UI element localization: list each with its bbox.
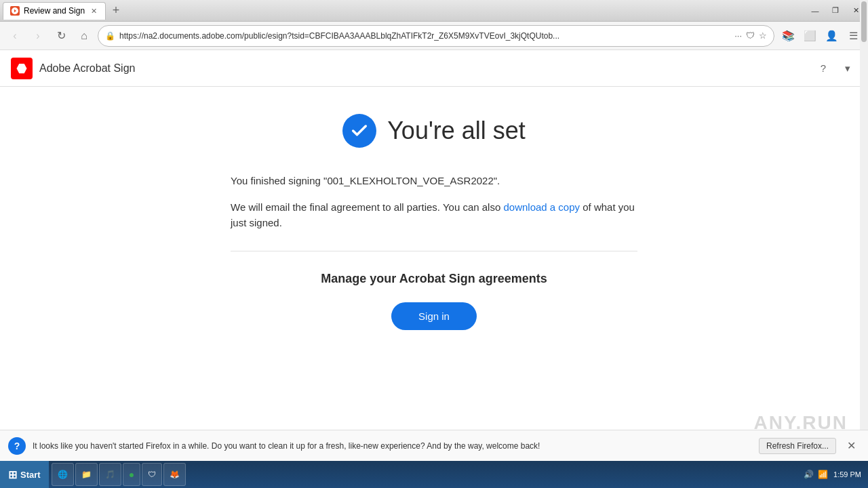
tab-favicon: [10, 6, 20, 16]
help-dropdown-icon[interactable]: ▾: [838, 59, 857, 78]
adobe-sign-header: Adobe Acrobat Sign ? ▾: [0, 50, 868, 87]
address-bar-icons: ··· 🛡 ☆: [734, 30, 767, 41]
content-body: You finished signing "001_KLEXHOLTON_VOE…: [231, 175, 637, 330]
browser-window: Review and Sign ✕ + — ❐ ✕ ‹ › ↻ ⌂ 🔒 http…: [0, 0, 868, 461]
adobe-app-title: Adobe Acrobat Sign: [39, 62, 135, 75]
title-bar: Review and Sign ✕ + — ❐ ✕: [0, 0, 868, 22]
email-text-start: We will email the final agreement to all…: [231, 201, 503, 213]
email-message: We will email the final agreement to all…: [231, 200, 637, 230]
toolbar-right: 📚 ⬜ 👤 ☰: [778, 26, 863, 45]
refresh-button[interactable]: ↻: [52, 26, 71, 45]
tab-view-icon[interactable]: ⬜: [800, 26, 819, 45]
start-button[interactable]: ⊞ Start: [0, 461, 49, 488]
sign-in-button[interactable]: Sign in: [391, 302, 477, 330]
manage-title: Manage your Acrobat Sign agreements: [231, 272, 637, 286]
tab-title: Review and Sign: [24, 6, 85, 16]
home-button[interactable]: ⌂: [75, 26, 94, 45]
bookmarks-icon[interactable]: 📚: [778, 26, 797, 45]
taskbar-right: 🔊 📶 1:59 PM: [797, 470, 868, 479]
taskbar-item-chrome[interactable]: ●: [123, 463, 140, 486]
taskbar-items: 🌐 📁 🎵 ● 🛡 🦊: [49, 461, 797, 488]
chrome-icon: ●: [129, 469, 134, 480]
user-account-icon[interactable]: 👤: [822, 26, 841, 45]
main-content: You're all set You finished signing "001…: [0, 87, 868, 437]
taskbar-item-firefox[interactable]: 🦊: [163, 463, 186, 486]
security-lock-icon: 🔒: [105, 31, 115, 41]
volume-icon[interactable]: 🔊: [804, 470, 814, 479]
section-divider: [231, 251, 637, 251]
bookmark-icon[interactable]: ☆: [759, 30, 767, 41]
taskbar-item-explorer[interactable]: 📁: [75, 463, 98, 486]
window-controls: — ❐ ✕: [806, 3, 865, 18]
refresh-firefox-button[interactable]: Refresh Firefox...: [759, 438, 836, 454]
media-icon: 🎵: [105, 470, 115, 479]
start-icon: ⊞: [8, 468, 17, 481]
forward-button[interactable]: ›: [28, 26, 47, 45]
maximize-button[interactable]: ❐: [826, 3, 845, 18]
notification-icon: ?: [8, 437, 26, 455]
taskbar-item-media[interactable]: 🎵: [99, 463, 121, 486]
help-icon[interactable]: ?: [814, 59, 833, 78]
adobe-header-actions: ? ▾: [814, 59, 857, 78]
firefox-notification-bar: ? It looks like you haven't started Fire…: [0, 430, 868, 461]
success-section: You're all set: [342, 114, 526, 148]
notification-close-button[interactable]: ✕: [843, 438, 860, 453]
success-heading: You're all set: [387, 117, 526, 145]
back-button[interactable]: ‹: [5, 26, 24, 45]
minimize-button[interactable]: —: [806, 3, 825, 18]
navigation-bar: ‹ › ↻ ⌂ 🔒 https://na2.documents.adobe.co…: [0, 22, 868, 50]
taskbar-item-ie[interactable]: 🌐: [52, 463, 74, 486]
url-text: https://na2.documents.adobe.com/public/e…: [119, 31, 730, 41]
explorer-icon: 📁: [81, 470, 92, 479]
success-check-icon: [342, 114, 376, 148]
network-icon[interactable]: 📶: [818, 470, 828, 479]
system-tray: 🔊 📶: [804, 470, 828, 479]
new-tab-button[interactable]: +: [107, 2, 125, 20]
taskbar-clock[interactable]: 1:59 PM: [833, 470, 861, 479]
taskbar: ⊞ Start 🌐 📁 🎵 ● 🛡 🦊 🔊 📶 1:59 PM: [0, 461, 868, 488]
browser-tab[interactable]: Review and Sign ✕: [3, 2, 106, 20]
shield-icon: 🛡: [746, 30, 755, 41]
start-label: Start: [20, 470, 41, 480]
taskbar-item-shield[interactable]: 🛡: [142, 463, 162, 486]
signing-message: You finished signing "001_KLEXHOLTON_VOE…: [231, 175, 637, 186]
download-copy-link[interactable]: download a copy: [503, 201, 580, 213]
notification-text: It looks like you haven't started Firefo…: [33, 441, 752, 451]
scrollbar-thumb[interactable]: [861, 1, 867, 42]
manage-section: Manage your Acrobat Sign agreements Sign…: [231, 272, 637, 330]
firefox-icon: 🦊: [170, 470, 180, 479]
adobe-logo: [11, 58, 33, 79]
address-bar[interactable]: 🔒 https://na2.documents.adobe.com/public…: [98, 25, 774, 47]
more-options-icon[interactable]: ···: [734, 30, 742, 41]
ie-icon: 🌐: [58, 470, 68, 479]
tab-close-button[interactable]: ✕: [89, 6, 98, 16]
shield-taskbar-icon: 🛡: [148, 470, 156, 479]
scrollbar-track[interactable]: [860, 0, 868, 461]
